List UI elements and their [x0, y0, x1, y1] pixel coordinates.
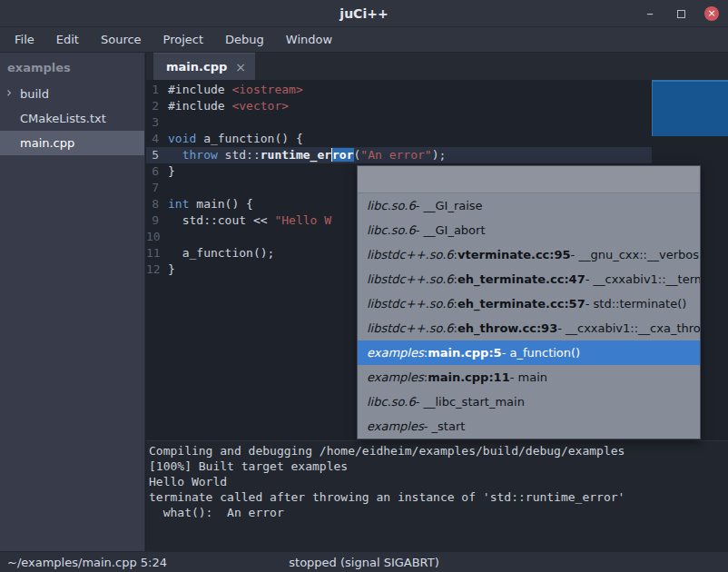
- terminal-line: [100%] Built target examples: [149, 459, 728, 474]
- code-token-p: [168, 148, 182, 162]
- chevron-right-icon: ›: [6, 84, 12, 101]
- code-line[interactable]: 5 throw std::runtime_error("An error");: [146, 147, 728, 163]
- tab-label: main.cpp: [166, 60, 227, 74]
- code-token-fn: - std::terminate(): [585, 297, 687, 311]
- stack-frame-row[interactable]: libstdc++.so.6:eh_terminate.cc:47 - __cx…: [358, 267, 700, 291]
- code-token-p: main() {: [189, 197, 252, 211]
- code-token-lib: libstdc++.so.6: [367, 297, 454, 311]
- terminal-line: what(): An error: [149, 505, 728, 520]
- code-token-lib: examples: [367, 346, 424, 360]
- close-icon[interactable]: ×: [704, 6, 719, 21]
- code-token-k: throw: [182, 148, 218, 162]
- code-token-p: a_function();: [168, 246, 274, 260]
- line-number: 7: [146, 180, 166, 196]
- code-text: }: [166, 261, 175, 278]
- window-title: juCi++: [339, 6, 388, 21]
- code-token-loc: eh_terminate.cc:57: [457, 297, 585, 311]
- code-token-k: void: [168, 132, 196, 145]
- code-text: }: [166, 163, 175, 180]
- code-text: throw std::runtime_error("An error");: [166, 147, 446, 163]
- code-token-b: runtime_er: [261, 148, 331, 162]
- code-token-loc: vterminate.cc:95: [457, 248, 571, 261]
- code-text: [166, 229, 168, 245]
- code-text: std::cout << "Hello W: [166, 212, 331, 229]
- code-text: void a_function() {: [166, 131, 303, 147]
- sidebar-item-label: build: [20, 87, 49, 101]
- code-token-lib: examples: [367, 370, 424, 384]
- code-token-p: }: [168, 262, 175, 276]
- menu-file[interactable]: File: [4, 28, 45, 51]
- code-line[interactable]: 2#include <vector>: [146, 98, 728, 114]
- code-line[interactable]: 1#include <iostream>: [146, 82, 728, 98]
- code-token-lib: libstdc++.so.6: [367, 321, 454, 335]
- file-tree-sidebar: examples ›buildCMakeLists.txtmain.cpp: [0, 53, 145, 551]
- code-token-fn: - a_function(): [502, 346, 581, 360]
- code-token-loc: eh_terminate.cc:47: [457, 272, 585, 286]
- code-token-lib: libstdc++.so.6: [367, 248, 454, 261]
- sidebar-item-main-cpp[interactable]: main.cpp: [0, 131, 144, 155]
- stack-popup-header: [358, 166, 700, 193]
- code-token-loc: main.cpp:11: [428, 370, 510, 384]
- stack-frame-row[interactable]: examples:main.cpp:5 - a_function(): [358, 340, 700, 365]
- stack-trace-popup: libc.so.6 - __GI_raiselibc.so.6 - __GI_a…: [357, 165, 701, 439]
- menu-debug[interactable]: Debug: [214, 28, 275, 51]
- minimize-icon[interactable]: –: [643, 6, 657, 21]
- line-number: 9: [146, 212, 166, 229]
- menubar: FileEditSourceProjectDebugWindow: [0, 27, 728, 53]
- code-token-lib: libc.so.6: [367, 395, 416, 409]
- tab-close-icon[interactable]: ×: [235, 60, 246, 74]
- code-token-k: int: [168, 197, 189, 211]
- stack-frame-row[interactable]: libstdc++.so.6:eh_throw.cc:93 - __cxxabi…: [358, 316, 700, 340]
- stack-frame-row[interactable]: libstdc++.so.6:eh_terminate.cc:57 - std:…: [358, 291, 700, 316]
- stack-frame-row[interactable]: libc.so.6 - __libc_start_main: [358, 390, 700, 414]
- code-line[interactable]: 4void a_function() {: [146, 131, 728, 147]
- menu-project[interactable]: Project: [152, 28, 214, 51]
- stack-frame-row[interactable]: libstdc++.so.6:vterminate.cc:95 - __gnu_…: [358, 242, 700, 267]
- code-token-p: std::cout <<: [168, 213, 274, 227]
- code-token-lib: libc.so.6: [367, 223, 416, 237]
- code-token-s: "Hello W: [274, 213, 331, 227]
- menu-source[interactable]: Source: [90, 28, 152, 51]
- stack-frame-row[interactable]: libc.so.6 - __GI_raise: [358, 193, 700, 218]
- line-number: 11: [146, 245, 166, 261]
- project-folder-label: examples: [0, 53, 144, 82]
- terminal-line: Hello World: [149, 474, 728, 489]
- code-token-fn: - __cxxabiv1::__cxa_thro: [557, 321, 700, 335]
- code-token-fn: - __GI_abort: [416, 223, 486, 237]
- terminal-output[interactable]: Compiling and debugging /home/eidheim/ex…: [146, 440, 728, 551]
- tab-main-cpp[interactable]: main.cpp ×: [153, 53, 255, 80]
- code-token-fn: - _start: [424, 419, 466, 433]
- code-text: [166, 180, 168, 196]
- status-debug-state: stopped (signal SIGABRT): [289, 556, 438, 569]
- terminal-line: terminate called after throwing an insta…: [149, 489, 728, 505]
- status-file-position: ~/examples/main.cpp 5:24: [7, 556, 167, 569]
- line-number: 8: [146, 196, 166, 212]
- code-token-fn: - __cxxabiv1::__term: [585, 272, 700, 286]
- stack-frame-row[interactable]: libc.so.6 - __GI_abort: [358, 218, 700, 242]
- terminal-line: Compiling and debugging /home/eidheim/ex…: [149, 443, 728, 459]
- code-token-p: a_function() {: [196, 132, 302, 145]
- code-token-inc: <iostream>: [231, 83, 302, 96]
- sidebar-item-build[interactable]: ›build: [0, 82, 144, 106]
- code-line[interactable]: 3: [146, 114, 728, 131]
- code-token-p: std::: [218, 148, 261, 162]
- line-number: 5: [146, 147, 166, 163]
- code-token-s: "An error": [360, 148, 431, 162]
- stack-frame-row[interactable]: examples - _start: [358, 414, 700, 439]
- app-window: juCi++ – × FileEditSourceProjectDebugWin…: [0, 0, 728, 572]
- stack-frame-row[interactable]: examples:main.cpp:11 - main: [358, 365, 700, 390]
- titlebar: juCi++ – ×: [0, 0, 728, 27]
- code-token-loc: eh_throw.cc:93: [457, 321, 557, 335]
- menu-window[interactable]: Window: [275, 28, 343, 51]
- menu-edit[interactable]: Edit: [45, 28, 90, 51]
- statusbar: ~/examples/main.cpp 5:24 stopped (signal…: [0, 551, 728, 572]
- line-number: 1: [146, 82, 166, 98]
- restore-icon[interactable]: [674, 6, 688, 21]
- code-token-p: }: [168, 164, 175, 178]
- code-token-fn: - __libc_start_main: [416, 395, 525, 409]
- sidebar-item-cmakelists-txt[interactable]: CMakeLists.txt: [0, 106, 144, 131]
- code-token-p: );: [432, 148, 447, 162]
- tabbar: main.cpp ×: [146, 53, 728, 80]
- code-token-lib: libstdc++.so.6: [367, 272, 454, 286]
- code-token-sel: ror: [332, 148, 353, 162]
